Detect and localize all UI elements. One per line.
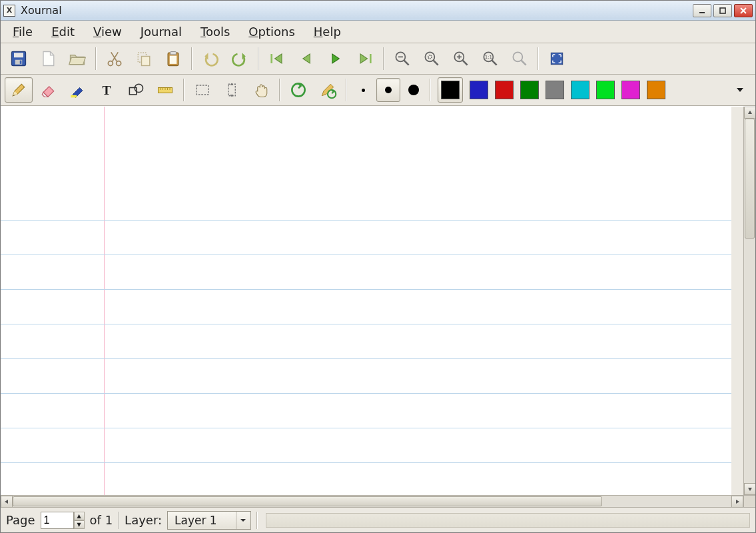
layer-label: Layer: <box>125 513 162 527</box>
menu-edit[interactable]: Edit <box>45 22 81 41</box>
redo-button[interactable] <box>226 46 254 71</box>
default-pen-button[interactable] <box>314 77 342 103</box>
zoom-100-icon: 1:1 <box>481 49 500 68</box>
thickness-medium-button[interactable] <box>376 78 400 102</box>
scroll-right-button[interactable] <box>731 496 743 508</box>
color-cyan-button[interactable] <box>571 81 589 99</box>
svg-point-38 <box>292 83 304 96</box>
chevron-down-icon <box>735 85 745 95</box>
select-rect-button[interactable] <box>189 77 216 103</box>
zoom-out-button[interactable] <box>388 46 416 71</box>
layer-combobox[interactable]: Layer 1 <box>167 511 251 530</box>
default-tool-button[interactable] <box>284 77 312 103</box>
recycle-icon <box>289 81 308 99</box>
color-blue-button[interactable] <box>470 81 488 99</box>
last-page-button[interactable] <box>351 46 379 71</box>
zoom-fit-button[interactable] <box>418 46 446 71</box>
zoom-in-button[interactable] <box>447 46 475 71</box>
clipboard-icon <box>164 49 183 68</box>
eraser-tool-button[interactable] <box>34 77 62 103</box>
zoom-out-icon <box>393 49 412 68</box>
vertical-scrollbar[interactable] <box>743 107 755 495</box>
undo-button[interactable] <box>196 46 224 71</box>
zoom-100-button[interactable]: 1:1 <box>476 46 504 71</box>
next-page-button[interactable] <box>322 46 350 71</box>
vertical-space-button[interactable] <box>218 77 246 103</box>
first-page-button[interactable] <box>263 46 291 71</box>
maximize-button[interactable] <box>713 4 732 17</box>
hscroll-thumb[interactable] <box>13 496 602 506</box>
horizontal-scrollbar-row <box>1 495 755 507</box>
dot-fine-icon <box>362 89 365 92</box>
layer-value: Layer 1 <box>168 514 236 527</box>
minimize-button[interactable] <box>693 4 711 17</box>
prev-page-icon <box>297 49 316 68</box>
zoom-fit-icon <box>422 49 441 68</box>
color-orange-button[interactable] <box>647 81 665 99</box>
last-page-icon <box>356 49 374 68</box>
page-number-spinner[interactable]: ▲ ▼ <box>41 512 85 529</box>
layer-combo-arrow[interactable] <box>236 512 250 529</box>
menu-options[interactable]: Options <box>242 22 301 41</box>
cut-button[interactable] <box>101 46 129 71</box>
prev-page-button[interactable] <box>292 46 320 71</box>
svg-point-34 <box>135 84 143 92</box>
scroll-up-button[interactable] <box>744 107 756 119</box>
color-green-button[interactable] <box>520 81 539 99</box>
menubar: File Edit View Journal Tools Options Hel… <box>1 21 755 43</box>
horizontal-scrollbar[interactable] <box>1 496 743 507</box>
page-spin-down[interactable]: ▼ <box>74 520 85 529</box>
hand-tool-button[interactable] <box>247 77 275 103</box>
hscroll-track[interactable] <box>13 496 731 507</box>
svg-rect-36 <box>196 85 208 95</box>
ruler-button[interactable] <box>151 77 179 103</box>
redo-icon <box>230 49 249 68</box>
page-number-input[interactable] <box>41 512 74 529</box>
vscroll-thumb[interactable] <box>745 119 755 239</box>
toolbar-overflow-button[interactable] <box>729 79 751 101</box>
shape-recognizer-button[interactable] <box>122 77 150 103</box>
color-red-button[interactable] <box>495 81 514 99</box>
thickness-fine-button[interactable] <box>351 78 375 102</box>
thickness-thick-button[interactable] <box>402 78 426 102</box>
status-message-area <box>266 513 750 528</box>
color-lime-button[interactable] <box>596 81 615 99</box>
highlighter-tool-button[interactable] <box>63 77 91 103</box>
app-icon: X <box>3 5 15 17</box>
new-button[interactable] <box>34 46 62 71</box>
paste-button[interactable] <box>159 46 187 71</box>
copy-button[interactable] <box>130 46 158 71</box>
save-icon <box>9 49 28 68</box>
menu-help[interactable]: Help <box>307 22 348 41</box>
page-spin-up[interactable]: ▲ <box>74 512 85 520</box>
color-magenta-button[interactable] <box>621 81 640 99</box>
scroll-down-button[interactable] <box>744 483 756 495</box>
menu-journal[interactable]: Journal <box>134 22 189 41</box>
menu-tools[interactable]: Tools <box>194 22 236 41</box>
vscroll-track[interactable] <box>744 119 755 483</box>
color-black-button[interactable] <box>438 77 463 103</box>
close-button[interactable] <box>734 4 753 17</box>
page-canvas[interactable] <box>1 107 731 495</box>
open-button[interactable] <box>63 46 91 71</box>
pen-tool-button[interactable] <box>5 77 33 103</box>
titlebar: X Xournal <box>1 1 755 21</box>
color-gray-button[interactable] <box>546 81 564 99</box>
svg-point-28 <box>513 52 522 61</box>
svg-point-20 <box>428 55 432 59</box>
svg-point-7 <box>117 61 121 66</box>
menu-view[interactable]: View <box>87 22 129 41</box>
zoom-width-button[interactable] <box>506 46 534 71</box>
text-tool-button[interactable]: T <box>93 77 121 103</box>
svg-line-22 <box>463 61 468 65</box>
scroll-left-button[interactable] <box>1 496 13 508</box>
shapes-icon <box>127 81 145 99</box>
svg-line-29 <box>522 61 526 65</box>
svg-rect-5 <box>20 61 22 64</box>
tool-toolbar: T <box>1 75 755 106</box>
menu-file[interactable]: File <box>6 22 39 41</box>
fullscreen-button[interactable] <box>543 46 571 71</box>
copy-icon <box>135 49 153 68</box>
save-button[interactable] <box>5 46 33 71</box>
svg-rect-1 <box>720 8 725 13</box>
